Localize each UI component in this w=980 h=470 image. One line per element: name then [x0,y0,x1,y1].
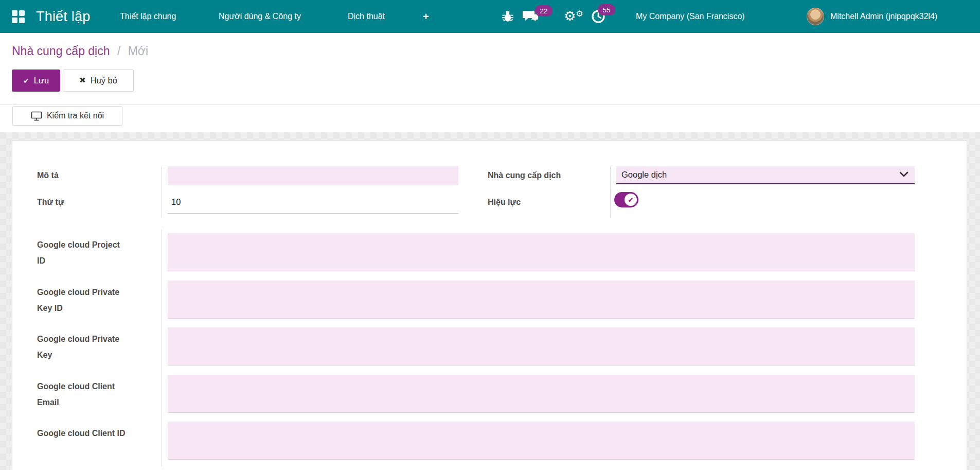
messages-badge[interactable]: 22 [535,5,553,16]
active-label: Hiệu lực [488,194,521,210]
bug-icon[interactable] [501,9,515,26]
breadcrumb-separator: / [113,44,124,58]
toggle-check-icon: ✔ [625,194,637,206]
monitor-icon [31,111,42,121]
top-navbar: Thiết lập Thiết lập chung Người dùng & C… [0,0,980,33]
gc-client-email-label: Google cloud Client Email [37,378,128,410]
description-input[interactable] [168,166,458,185]
breadcrumb-parent-link[interactable]: Nhà cung cấp dịch [12,44,110,58]
screen: Thiết lập Thiết lập chung Người dùng & C… [0,0,980,470]
gc-project-id-label: Google cloud Project ID [37,237,128,269]
gc-private-key-input[interactable] [168,327,915,365]
close-icon: ✖ [79,77,86,84]
gc-client-id-label: Google cloud Client ID [37,425,128,441]
menu-translation[interactable]: Dịch thuật [348,0,385,33]
breadcrumb-current: Mới [128,44,148,58]
save-button[interactable]: ✔ Lưu [12,69,60,92]
gc-private-key-id-input[interactable] [168,281,915,319]
test-connection-button[interactable]: Kiểm tra kết nối [12,106,122,126]
sequence-field-wrap [168,185,458,214]
description-label: Mô tả [37,167,59,183]
activities-badge[interactable]: 55 [598,4,615,15]
breadcrumb: Nhà cung cấp dịch / Mới [12,44,148,58]
gc-client-email-input[interactable] [168,375,915,413]
provider-select[interactable]: Google dịch [616,166,915,184]
sequence-input[interactable] [171,197,449,207]
group-google-divider [162,230,162,466]
plus-menu-icon[interactable]: + [423,0,429,33]
gears-icon[interactable]: ⚙⚙ [564,9,583,23]
form-button-area: Kiểm tra kết nối [0,105,980,132]
company-switcher[interactable]: My Company (San Francisco) [636,0,745,33]
form-sheet: Mô tả Thứ tự Nhà cung cấp dịch Google dị… [12,140,967,470]
provider-label: Nhà cung cấp dịch [488,167,561,183]
user-avatar[interactable] [807,8,824,25]
sequence-label: Thứ tự [37,194,64,210]
gc-private-key-id-label: Google cloud Private Key ID [37,284,128,316]
check-icon: ✔ [23,77,29,84]
menu-general-settings[interactable]: Thiết lập chung [120,0,176,33]
provider-select-value: Google dịch [621,170,667,180]
menu-users-companies[interactable]: Người dùng & Công ty [219,0,301,33]
active-toggle[interactable]: ✔ [614,192,638,207]
gc-project-id-input[interactable] [168,233,915,271]
group-right-divider [610,166,611,218]
app-title[interactable]: Thiết lập [36,0,90,33]
discard-button[interactable]: ✖ Huỷ bỏ [63,69,134,92]
control-panel: Nhà cung cấp dịch / Mới ✔ Lưu ✖ Huỷ bỏ [0,33,980,105]
gc-client-id-input[interactable] [168,422,915,460]
gc-private-key-label: Google cloud Private Key [37,331,128,363]
chevron-down-icon [899,171,908,178]
apps-grid-icon[interactable] [12,10,25,23]
group-left-divider [162,166,162,218]
user-menu[interactable]: Mitchell Admin (jnlpqpqk32l4) [830,0,937,33]
